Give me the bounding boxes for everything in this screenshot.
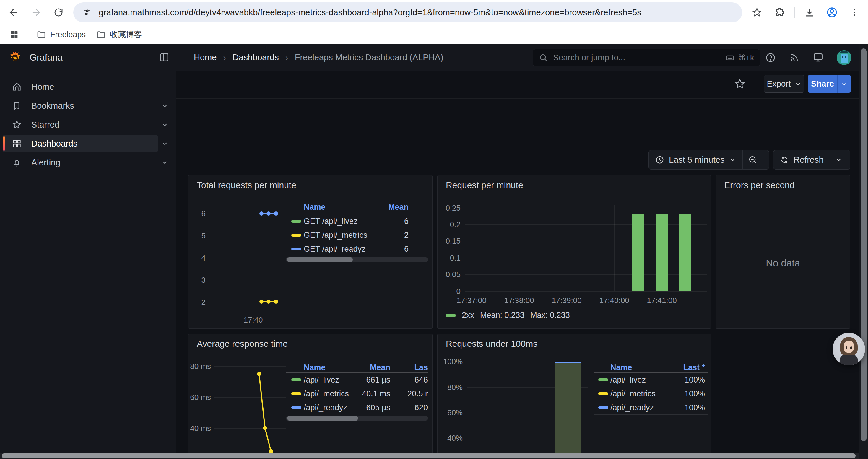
chevron-down-icon[interactable] (161, 159, 168, 166)
refresh-button[interactable]: Refresh (773, 150, 830, 169)
legend-scrollbar[interactable] (286, 257, 428, 262)
bookmark-folder-blogs[interactable]: 收藏博客 (91, 27, 147, 42)
legend-scrollbar-thumb[interactable] (287, 416, 358, 421)
dock-sidebar-button[interactable] (159, 52, 169, 63)
apps-grid-button[interactable] (5, 25, 24, 44)
series-color-pill[interactable] (291, 248, 301, 251)
bookmark-star-button[interactable] (747, 3, 766, 22)
browser-menu-button[interactable] (845, 3, 864, 22)
legend-header-mean[interactable]: Mean (388, 203, 409, 212)
horizontal-scrollbar[interactable] (0, 453, 859, 459)
legend-series[interactable]: 2xx (462, 311, 474, 320)
url-bar[interactable]: grafana.mathmast.com/d/deytv4rwavabkb/fr… (73, 2, 742, 23)
browser-actions (747, 0, 864, 25)
floating-assistant-avatar[interactable] (833, 333, 865, 365)
legend-scrollbar-thumb[interactable] (287, 257, 353, 262)
panel-total-requests: Total requests per minute 6 5 4 3 2 17:4… (188, 175, 433, 329)
breadcrumb-dashboards[interactable]: Dashboards (232, 53, 279, 62)
reload-button[interactable] (49, 3, 68, 22)
sidebar-item-label: Alerting (31, 158, 60, 167)
series-color-pill[interactable] (598, 406, 608, 409)
sidebar-item-starred[interactable]: Starred (0, 115, 176, 134)
legend-header-mean[interactable]: Mean (370, 363, 390, 372)
profile-button[interactable] (823, 3, 841, 22)
share-menu-button[interactable] (837, 75, 851, 93)
extensions-puzzle-icon (774, 7, 785, 18)
sidebar-item-home[interactable]: Home (0, 77, 176, 96)
legend-header-name[interactable]: Name (610, 363, 632, 372)
panel-title[interactable]: Total requests per minute (197, 180, 296, 190)
user-avatar[interactable] (837, 50, 851, 65)
vertical-scrollbar[interactable] (859, 44, 868, 459)
series-color-pill[interactable] (598, 379, 608, 381)
export-button[interactable]: Export (764, 75, 804, 93)
home-icon (12, 82, 22, 92)
chevron-down-icon[interactable] (161, 121, 168, 128)
dashboard-actions-bar: Export Share (176, 71, 868, 99)
rss-icon[interactable] (789, 52, 800, 63)
breadcrumb: Home › Dashboards › Freeleaps Metrics Da… (194, 53, 443, 63)
bookmark-folder-label: 收藏博客 (110, 29, 142, 40)
chevron-down-icon[interactable] (161, 102, 168, 109)
bell-icon (12, 157, 22, 167)
refresh-interval-button[interactable] (831, 150, 847, 169)
help-icon[interactable] (765, 52, 776, 63)
sidebar-item-dashboards[interactable]: Dashboards (0, 134, 176, 153)
active-item-accent-bar (3, 136, 5, 151)
share-button[interactable]: Share (808, 75, 837, 93)
legend-header-last[interactable]: Last * (683, 363, 705, 372)
zoom-out-time-button[interactable] (743, 150, 763, 169)
series-color-pill[interactable] (291, 406, 301, 409)
star-icon (12, 120, 22, 130)
dashboards-grid-icon (12, 138, 22, 149)
reload-icon (53, 7, 64, 18)
browser-chrome: grafana.mathmast.com/d/deytv4rwavabkb/fr… (0, 0, 868, 44)
series-color-pill[interactable] (446, 314, 456, 317)
download-button[interactable] (800, 3, 819, 22)
search-input[interactable]: Search or jump to... ⌘+k (533, 49, 760, 66)
legend-header-last[interactable]: Las (414, 363, 428, 372)
grafana-logo-row: Grafana (0, 44, 176, 71)
grafana-topbar: Home › Dashboards › Freeleaps Metrics Da… (176, 44, 868, 71)
legend-table: Name Last * /api/_livez 100% /api/_metri… (594, 334, 708, 429)
panel-request-per-minute: Request per minute 0.25 0.2 0.15 0.1 0.0… (437, 175, 711, 329)
chevron-down-icon[interactable] (161, 140, 168, 147)
chevron-down-icon (836, 157, 842, 163)
favorite-dashboard-button[interactable] (734, 78, 746, 90)
series-color-pill[interactable] (291, 234, 301, 237)
series-color-pill[interactable] (291, 220, 301, 223)
panel-title[interactable]: Requests under 100ms (446, 339, 537, 349)
kiosk-monitor-icon[interactable] (812, 52, 824, 63)
refresh-group: Refresh (773, 150, 850, 169)
search-icon (539, 53, 548, 62)
site-settings-icon[interactable] (82, 8, 92, 17)
sidebar-item-label: Home (31, 82, 54, 92)
forward-button[interactable] (27, 3, 45, 22)
legend-header-name[interactable]: Name (304, 363, 326, 372)
toolbar-divider (794, 7, 795, 18)
breadcrumb-current: Freeleaps Metrics Dashboard (ALPHA) (295, 53, 443, 62)
actions-divider (757, 77, 758, 91)
sidebar-item-bookmarks[interactable]: Bookmarks (0, 96, 176, 115)
panel-title[interactable]: Errors per second (724, 180, 795, 190)
bar-2xx (656, 214, 668, 291)
horizontal-scrollbar-thumb[interactable] (2, 453, 856, 458)
series-color-pill[interactable] (291, 392, 301, 395)
bookmarks-bar: Freeleaps 收藏博客 (0, 25, 868, 44)
sidebar-item-alerting[interactable]: Alerting (0, 153, 176, 172)
legend-scrollbar[interactable] (286, 416, 428, 421)
series-color-pill[interactable] (598, 392, 608, 395)
panel-title[interactable]: Request per minute (446, 180, 523, 190)
extensions-button[interactable] (770, 3, 789, 22)
back-button[interactable] (4, 3, 23, 22)
vertical-scrollbar-thumb[interactable] (861, 48, 867, 441)
legend-max: Max: 0.233 (530, 311, 570, 320)
time-range-picker[interactable]: Last 5 minutes (649, 150, 742, 169)
refresh-icon (780, 155, 789, 164)
bookmark-folder-freeleaps[interactable]: Freeleaps (31, 28, 91, 42)
panel-errors-per-second: Errors per second No data (716, 175, 850, 329)
series-color-pill[interactable] (291, 379, 301, 381)
breadcrumb-home[interactable]: Home (194, 53, 217, 62)
legend-header-name[interactable]: Name (304, 203, 326, 212)
url-text: grafana.mathmast.com/d/deytv4rwavabkb/fr… (99, 8, 642, 18)
